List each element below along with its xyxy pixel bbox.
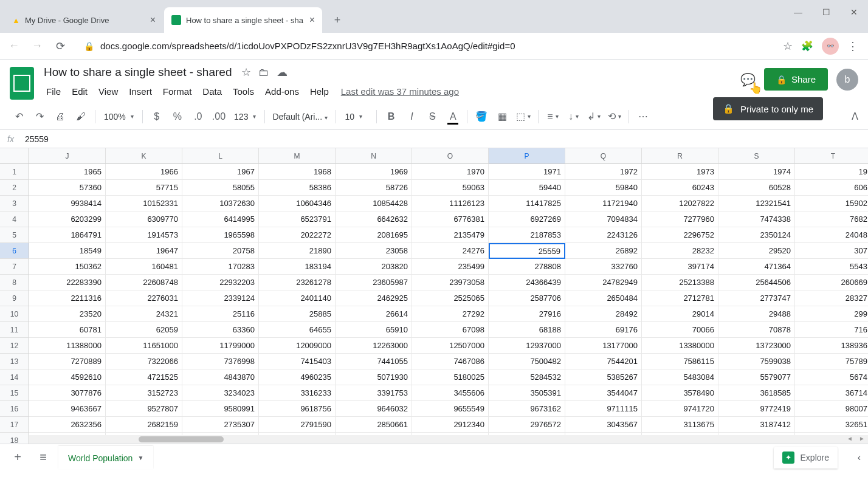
cell[interactable]: 9655549: [412, 401, 489, 417]
cell[interactable]: 2243126: [565, 227, 642, 243]
side-panel-toggle[interactable]: ‹: [858, 452, 861, 463]
row-header[interactable]: 4: [0, 211, 29, 227]
cell[interactable]: 2735307: [182, 417, 259, 433]
cell[interactable]: 64655: [259, 322, 336, 338]
cell[interactable]: 299: [795, 306, 868, 322]
cell[interactable]: 9938414: [29, 196, 106, 211]
cell[interactable]: 3043567: [565, 417, 642, 433]
cell[interactable]: 278808: [489, 259, 565, 275]
row-header[interactable]: 6: [0, 243, 29, 259]
cell[interactable]: 60528: [718, 180, 795, 196]
cell[interactable]: 1914573: [106, 227, 182, 243]
cell[interactable]: 5674: [795, 369, 868, 385]
cell[interactable]: 28232: [642, 243, 718, 259]
cell[interactable]: 59440: [489, 180, 565, 196]
cell[interactable]: 24782949: [565, 275, 642, 290]
forward-button[interactable]: →: [29, 38, 45, 54]
cell[interactable]: 3544047: [565, 385, 642, 401]
cell[interactable]: 70878: [718, 322, 795, 338]
cell[interactable]: 3316233: [259, 385, 336, 401]
cell[interactable]: 32651: [795, 417, 868, 433]
cell[interactable]: 2976572: [489, 417, 565, 433]
italic-button[interactable]: I: [402, 108, 421, 126]
horizontal-scrollbar[interactable]: [29, 435, 856, 444]
cell[interactable]: 4721525: [106, 369, 182, 385]
cell[interactable]: 2587706: [489, 290, 565, 306]
column-header[interactable]: L: [182, 148, 259, 164]
cell[interactable]: 1965598: [182, 227, 259, 243]
currency-button[interactable]: $: [148, 108, 166, 126]
print-button[interactable]: 🖨: [51, 108, 69, 126]
percent-button[interactable]: %: [168, 108, 187, 126]
cell[interactable]: 12027822: [642, 196, 718, 211]
cell[interactable]: 70066: [642, 322, 718, 338]
text-color-button[interactable]: A: [444, 108, 462, 126]
cell[interactable]: 2401140: [259, 290, 336, 306]
cell[interactable]: 332760: [565, 259, 642, 275]
cell[interactable]: 5385267: [565, 369, 642, 385]
window-maximize[interactable]: ☐: [812, 0, 840, 24]
cell[interactable]: 5543: [795, 259, 868, 275]
column-header[interactable]: P: [489, 148, 565, 164]
star-icon[interactable]: ☆: [241, 66, 251, 79]
zoom-select[interactable]: 100%: [100, 112, 137, 122]
cell[interactable]: 13177000: [565, 338, 642, 354]
cell[interactable]: 606: [795, 180, 868, 196]
row-header[interactable]: 15: [0, 385, 29, 401]
cell[interactable]: 11721940: [565, 196, 642, 211]
row-header[interactable]: 12: [0, 338, 29, 354]
menu-help[interactable]: Help: [305, 84, 334, 99]
column-header[interactable]: S: [718, 148, 795, 164]
row-header[interactable]: 3: [0, 196, 29, 211]
cell[interactable]: 25644506: [718, 275, 795, 290]
column-header[interactable]: N: [336, 148, 412, 164]
cell[interactable]: 2850661: [336, 417, 412, 433]
cell[interactable]: 9463667: [29, 401, 106, 417]
cell[interactable]: 1864791: [29, 227, 106, 243]
cell[interactable]: 26892: [565, 243, 642, 259]
row-header[interactable]: 5: [0, 227, 29, 243]
more-button[interactable]: ⋯: [634, 108, 652, 126]
cell[interactable]: 7441055: [336, 354, 412, 369]
row-header[interactable]: 11: [0, 322, 29, 338]
cell[interactable]: 59063: [412, 180, 489, 196]
browser-tab-sheets[interactable]: How to share a single sheet - sha ×: [164, 7, 322, 33]
cell[interactable]: 11126123: [412, 196, 489, 211]
menu-view[interactable]: View: [94, 84, 123, 99]
cell[interactable]: 25885: [259, 306, 336, 322]
cell[interactable]: 1973: [642, 164, 718, 180]
cell[interactable]: 2650484: [565, 290, 642, 306]
collapse-toolbar-icon[interactable]: ᐱ: [852, 111, 858, 122]
row-header[interactable]: 18: [0, 433, 29, 444]
cell[interactable]: 9580991: [182, 401, 259, 417]
cell[interactable]: 23605987: [336, 275, 412, 290]
cell[interactable]: 10604346: [259, 196, 336, 211]
column-header[interactable]: T: [795, 148, 868, 164]
cell[interactable]: 9673162: [489, 401, 565, 417]
cell[interactable]: 21890: [259, 243, 336, 259]
menu-file[interactable]: File: [41, 84, 66, 99]
cell[interactable]: 28492: [565, 306, 642, 322]
cell[interactable]: 1972: [565, 164, 642, 180]
cell[interactable]: 6642632: [336, 211, 412, 227]
cell[interactable]: 5483084: [642, 369, 718, 385]
sheet-tab-world-population[interactable]: World Population ▼: [58, 446, 153, 469]
cell[interactable]: 6927269: [489, 211, 565, 227]
cell[interactable]: 7599038: [718, 354, 795, 369]
window-close[interactable]: ✕: [840, 0, 868, 24]
cell[interactable]: 24048: [795, 227, 868, 243]
browser-menu-icon[interactable]: ⋮: [847, 39, 858, 53]
cell[interactable]: 7467086: [412, 354, 489, 369]
row-header[interactable]: 2: [0, 180, 29, 196]
cell[interactable]: 397174: [642, 259, 718, 275]
cell[interactable]: 36714: [795, 385, 868, 401]
cell[interactable]: 13380000: [642, 338, 718, 354]
cell[interactable]: 260669: [795, 275, 868, 290]
font-select[interactable]: Default (Ari...: [270, 112, 331, 122]
cell[interactable]: 12321541: [718, 196, 795, 211]
cell[interactable]: 1971: [489, 164, 565, 180]
cell[interactable]: 22932203: [182, 275, 259, 290]
cell[interactable]: 27292: [412, 306, 489, 322]
cell[interactable]: 9646032: [336, 401, 412, 417]
cell[interactable]: 2350124: [718, 227, 795, 243]
